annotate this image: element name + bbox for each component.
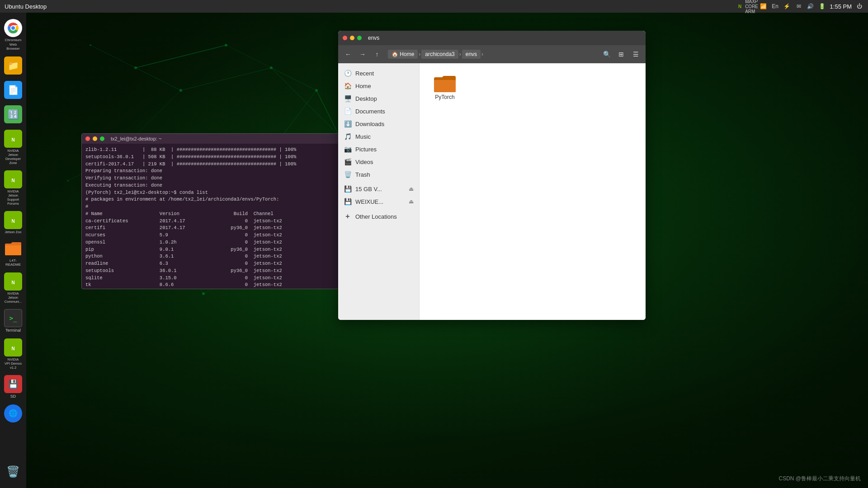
fm-menu-btn[interactable]: ☰ <box>629 48 642 61</box>
svg-line-29 <box>316 90 339 136</box>
taskbar-jetson-dev[interactable]: N NVIDIAJetsonDeveloperZone <box>2 128 24 167</box>
documents-icon-symbol: 📄 <box>8 84 19 95</box>
fm-close-btn[interactable] <box>343 36 347 40</box>
fm-bc-sep2: › <box>459 51 461 57</box>
fm-maximize-btn[interactable] <box>357 36 362 40</box>
taskbar-jetson-support[interactable]: N NVIDIAJetsonSupportForums <box>2 169 24 207</box>
drive-weixue-icon: 💾 <box>344 198 352 205</box>
terminal-line-12: certifi 2017.4.17 py36_0 jetson-tx2 <box>85 225 335 232</box>
taskbar-jetson-zoo[interactable]: N Jetson Zoo <box>2 209 24 236</box>
nvidia-dev-svg: N <box>7 132 19 145</box>
fm-bc-archiconda3[interactable]: archiconda3 <box>421 50 458 59</box>
terminal-minimize-btn[interactable] <box>93 136 97 141</box>
terminal-content[interactable]: zlib-1.2.11 | 88 KB | ##################… <box>82 144 339 289</box>
taskbar-l4t[interactable]: L4T-README <box>2 238 24 269</box>
terminal-line-20: tk 8.6.6 0 jetson-tx2 <box>85 282 335 289</box>
l4t-folder-svg <box>5 242 21 255</box>
sidebar-label-home: Home <box>355 83 371 89</box>
sidebar-item-pictures[interactable]: 📷 Pictures <box>338 143 419 155</box>
taskbar-sdcard[interactable]: 💾 SD <box>2 373 24 401</box>
sidebar-label-trash: Trash <box>355 171 370 178</box>
vpi-icon-img: N <box>4 338 22 357</box>
files-icon-symbol: 📁 <box>8 60 19 71</box>
sidebar-item-documents[interactable]: 📄 Documents <box>338 105 419 117</box>
terminal-line-10: # Name Version Build Channel <box>85 211 335 218</box>
pictures-icon: 📷 <box>344 145 352 153</box>
terminal-close-btn[interactable] <box>85 136 90 141</box>
chromium-label: ChromiumWebBrowser <box>5 38 22 51</box>
taskbar-terminal[interactable]: >_ Terminal <box>2 307 24 335</box>
fm-sidebar: 🕐 Recent 🏠 Home 🖥️ Desktop 📄 Documents ⬇… <box>338 63 420 320</box>
sdcard-icon-img: 💾 <box>4 375 22 393</box>
sidebar-item-desktop[interactable]: 🖥️ Desktop <box>338 92 419 105</box>
taskbar-vpi[interactable]: N NVIDIAVPI Demosv1.2 <box>2 337 24 371</box>
terminal-line-8: # packages in environment at /home/tx2_l… <box>85 196 335 203</box>
sidebar-label-weixue: WEIXUE... <box>355 198 383 205</box>
sidebar-item-home[interactable]: 🏠 Home <box>338 80 419 92</box>
sidebar-item-trash[interactable]: 🗑️ Trash <box>338 168 419 181</box>
taskbar-jetson-comm[interactable]: N NVIDIAJetsonCommuni... <box>2 271 24 305</box>
terminal-maximize-btn[interactable] <box>100 136 104 141</box>
fm-parent-btn[interactable]: ↑ <box>371 48 383 61</box>
terminal-icon-img: >_ <box>4 309 22 327</box>
pytorch-folder-name: PyTorch <box>435 94 454 100</box>
svg-point-31 <box>90 44 91 46</box>
taskbar-chromium2[interactable]: 🌐 <box>2 403 24 425</box>
clock: 1:55 PM <box>830 3 852 10</box>
sidebar-item-recent[interactable]: 🕐 Recent <box>338 67 419 80</box>
terminal-line-2: setuptools-36.0.1 | 508 KB | ###########… <box>85 154 335 161</box>
sidebar-item-15gb[interactable]: 💾 15 GB V... ⏏ <box>338 183 419 195</box>
eject-15gb-icon[interactable]: ⏏ <box>409 186 414 192</box>
sidebar-item-weixue[interactable]: 💾 WEIXUE... ⏏ <box>338 195 419 208</box>
documents-icon: 📄 <box>344 108 352 115</box>
taskbar: ChromiumWebBrowser 📁 📄 🔢 N NVIDIAJetsonD… <box>0 13 26 488</box>
fm-bc-home[interactable]: 🏠 Home <box>388 50 418 59</box>
battery-icon[interactable]: 🔋 <box>818 2 826 10</box>
eject-weixue-icon[interactable]: ⏏ <box>409 198 414 205</box>
svg-text:N: N <box>11 137 14 142</box>
folder-pytorch[interactable]: PyTorch <box>427 70 463 104</box>
nvidia-comm-svg: N <box>7 275 19 288</box>
wifi-icon[interactable]: 📶 <box>760 2 768 10</box>
svg-text:N: N <box>11 280 14 285</box>
fm-view-btn[interactable]: ⊞ <box>615 48 627 61</box>
home-icon: 🏠 <box>344 82 352 89</box>
terminal-line-14: openssl 1.0.2h 0 jetson-tx2 <box>85 239 335 246</box>
sidebar-label-documents: Documents <box>355 108 385 115</box>
sidebar-item-music[interactable]: 🎵 Music <box>338 130 419 143</box>
mail-indicator-icon[interactable]: ✉ <box>795 2 803 10</box>
sidebar-item-videos[interactable]: 🎬 Videos <box>338 155 419 168</box>
terminal-line-16: python 3.6.1 0 jetson-tx2 <box>85 253 335 260</box>
taskbar-files[interactable]: 📁 <box>2 55 24 77</box>
fm-forward-btn[interactable]: → <box>356 48 369 61</box>
jetson-zoo-icon-img: N <box>4 211 22 229</box>
fm-minimize-btn[interactable] <box>350 36 354 40</box>
taskbar-chromium[interactable]: ChromiumWebBrowser <box>2 17 24 53</box>
fm-toolbar: ← → ↑ 🏠 Home › archiconda3 › envs › 🔍 ⊞ … <box>338 45 646 63</box>
jetson-zoo-label: Jetson Zoo <box>5 230 21 234</box>
bluetooth-icon[interactable]: ⚡ <box>783 2 791 10</box>
volume-icon[interactable]: 🔊 <box>807 2 815 10</box>
sidebar-item-other[interactable]: + Other Locations <box>338 210 419 223</box>
maxp-label: MAXP CORE ARM <box>748 2 756 10</box>
fm-titlebar: envs <box>338 31 646 45</box>
videos-icon: 🎬 <box>344 158 352 165</box>
taskbar-calc[interactable]: 🔢 <box>2 103 24 126</box>
fm-search-btn[interactable]: 🔍 <box>600 48 613 61</box>
documents-icon-img: 📄 <box>4 81 22 99</box>
taskbar-trash[interactable]: 🗑️ <box>2 461 24 483</box>
terminal-window[interactable]: tx2_lei@tx2-desktop: ~ zlib-1.2.11 | 88 … <box>81 133 339 289</box>
fm-back-btn[interactable]: ← <box>342 48 354 61</box>
power-icon[interactable]: ⏻ <box>855 2 863 10</box>
filemanager-window[interactable]: envs ← → ↑ 🏠 Home › archiconda3 › envs ›… <box>338 31 646 320</box>
sidebar-item-downloads[interactable]: ⬇️ Downloads <box>338 117 419 130</box>
files-icon-img: 📁 <box>4 56 22 75</box>
fm-bc-envs[interactable]: envs <box>462 50 481 59</box>
watermark-text: CSDN @鲁棒最小二乘支持向量机 <box>778 475 861 482</box>
taskbar-documents[interactable]: 📄 <box>2 79 24 102</box>
terminal-line-13: ncurses 5.9 0 jetson-tx2 <box>85 232 335 239</box>
chromium-svg <box>5 20 21 36</box>
keyboard-icon[interactable]: En <box>771 2 779 10</box>
terminal-title: tx2_lei@tx2-desktop: ~ <box>111 136 161 141</box>
fm-breadcrumb: 🏠 Home › archiconda3 › envs › <box>385 50 599 59</box>
